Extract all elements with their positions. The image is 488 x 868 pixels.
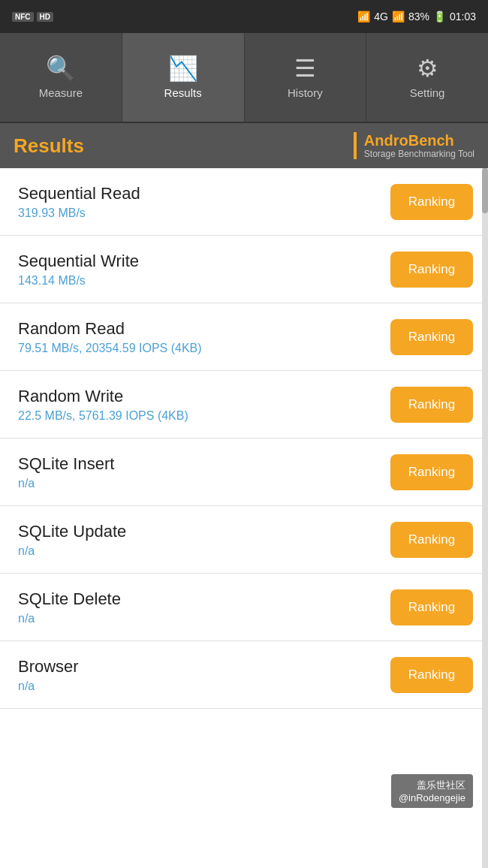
bench-name: Random Read bbox=[18, 319, 202, 339]
bench-row: SQLite Updaten/aRanking bbox=[0, 506, 488, 574]
bench-info: SQLite Deleten/a bbox=[18, 589, 121, 625]
measure-icon: 🔍 bbox=[46, 56, 76, 80]
results-header: Results AndroBench Storage Benchmarking … bbox=[0, 123, 488, 168]
tab-bar: 🔍 Measure 📉 Results ☰ History ⚙ Setting bbox=[0, 33, 488, 123]
scrollbar-thumb[interactable] bbox=[482, 168, 488, 213]
signal-icon: 📶 bbox=[392, 11, 405, 23]
bench-value: n/a bbox=[18, 612, 121, 625]
tab-measure[interactable]: 🔍 Measure bbox=[0, 33, 122, 122]
logo-bar-decoration bbox=[354, 132, 357, 159]
bench-row: SQLite Deleten/aRanking bbox=[0, 574, 488, 641]
tab-measure-label: Measure bbox=[39, 86, 83, 99]
ranking-button[interactable]: Ranking bbox=[390, 657, 473, 693]
ranking-button[interactable]: Ranking bbox=[390, 184, 473, 220]
bench-value: 143.14 MB/s bbox=[18, 274, 139, 288]
bench-value: 319.93 MB/s bbox=[18, 206, 140, 220]
tab-history-label: History bbox=[288, 86, 323, 99]
tab-setting-label: Setting bbox=[410, 86, 445, 99]
bench-value: 79.51 MB/s, 20354.59 IOPS (4KB) bbox=[18, 342, 202, 355]
history-icon: ☰ bbox=[294, 56, 316, 80]
results-title: Results bbox=[14, 134, 84, 158]
bench-row: SQLite Insertn/aRanking bbox=[0, 439, 488, 506]
bench-value: 22.5 MB/s, 5761.39 IOPS (4KB) bbox=[18, 409, 188, 423]
battery-icon: 🔋 bbox=[433, 11, 446, 23]
battery-level: 83% bbox=[408, 11, 429, 23]
bench-value: n/a bbox=[18, 477, 114, 490]
bench-value: n/a bbox=[18, 544, 126, 558]
bench-row: Random Write22.5 MB/s, 5761.39 IOPS (4KB… bbox=[0, 371, 488, 439]
results-icon: 📉 bbox=[168, 56, 198, 80]
bench-row: Random Read79.51 MB/s, 20354.59 IOPS (4K… bbox=[0, 303, 488, 371]
time-display: 01:03 bbox=[450, 11, 476, 23]
bench-info: Browsern/a bbox=[18, 657, 79, 693]
bench-name: Browser bbox=[18, 657, 79, 677]
bench-name: Sequential Write bbox=[18, 252, 139, 271]
logo-subtitle: Storage Benchmarking Tool bbox=[364, 149, 474, 159]
network-4g: 4G bbox=[374, 11, 388, 23]
bench-info: SQLite Updaten/a bbox=[18, 522, 126, 558]
ranking-button[interactable]: Ranking bbox=[390, 387, 473, 423]
bench-row: Sequential Write143.14 MB/sRanking bbox=[0, 236, 488, 303]
bench-name: Random Write bbox=[18, 387, 188, 406]
bench-info: Random Write22.5 MB/s, 5761.39 IOPS (4KB… bbox=[18, 387, 188, 423]
status-bar: NFC HD 📶 4G 📶 83% 🔋 01:03 bbox=[0, 0, 488, 33]
bench-info: Sequential Read319.93 MB/s bbox=[18, 184, 140, 220]
bench-info: Sequential Write143.14 MB/s bbox=[18, 252, 139, 288]
ranking-button[interactable]: Ranking bbox=[390, 319, 473, 355]
bench-name: SQLite Insert bbox=[18, 454, 114, 474]
tab-results-label: Results bbox=[164, 86, 202, 99]
bench-row: Sequential Read319.93 MB/sRanking bbox=[0, 168, 488, 236]
bench-name: Sequential Read bbox=[18, 184, 140, 203]
tab-results[interactable]: 📉 Results bbox=[122, 33, 245, 122]
hd-badge: HD bbox=[37, 12, 53, 22]
bench-name: SQLite Delete bbox=[18, 589, 121, 609]
ranking-button[interactable]: Ranking bbox=[390, 252, 473, 288]
bench-info: Random Read79.51 MB/s, 20354.59 IOPS (4K… bbox=[18, 319, 202, 355]
logo-text-block: AndroBench Storage Benchmarking Tool bbox=[364, 132, 474, 159]
bench-value: n/a bbox=[18, 680, 79, 693]
ranking-button[interactable]: Ranking bbox=[390, 522, 473, 558]
logo-name: AndroBench bbox=[364, 132, 454, 149]
ranking-button[interactable]: Ranking bbox=[390, 454, 473, 490]
status-icons: 📶 4G 📶 83% 🔋 01:03 bbox=[357, 11, 476, 23]
androbench-logo: AndroBench Storage Benchmarking Tool bbox=[354, 132, 474, 159]
nfc-badge: NFC bbox=[12, 12, 34, 22]
logo-andro: Andro bbox=[364, 132, 408, 149]
bench-name: SQLite Update bbox=[18, 522, 126, 541]
tab-history[interactable]: ☰ History bbox=[245, 33, 367, 122]
bench-info: SQLite Insertn/a bbox=[18, 454, 114, 490]
setting-icon: ⚙ bbox=[417, 56, 438, 80]
bench-row: Browsern/aRanking bbox=[0, 641, 488, 709]
ranking-button[interactable]: Ranking bbox=[390, 589, 473, 625]
logo-bench: Bench bbox=[408, 132, 454, 149]
tab-setting[interactable]: ⚙ Setting bbox=[366, 33, 488, 122]
benchmark-list: Sequential Read319.93 MB/sRankingSequent… bbox=[0, 168, 488, 868]
scrollbar-track[interactable] bbox=[482, 168, 488, 868]
wifi-icon: 📶 bbox=[357, 11, 370, 23]
